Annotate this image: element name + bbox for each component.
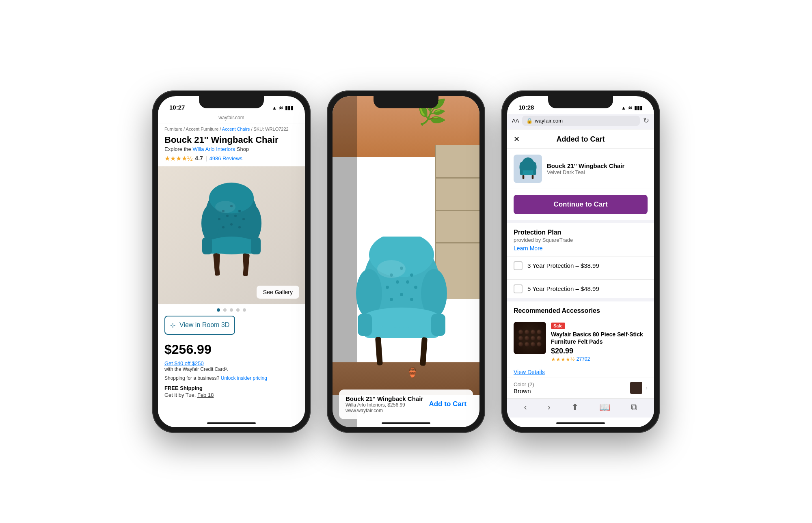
svg-point-1 — [201, 205, 219, 241]
dot-2[interactable] — [223, 308, 227, 312]
battery-icon: ▮▮▮ — [285, 105, 294, 111]
cart-item-details: Bouck 21'' Wingback Chair Velvet Dark Te… — [547, 162, 624, 175]
color-count: Color (2) — [514, 381, 534, 387]
accessory-name: Wayfair Basics 80 Piece Self-Stick Furni… — [551, 331, 648, 345]
protection-option-3year: 3 Year Protection – $38.99 — [507, 256, 654, 275]
accessory-item: Sale Wayfair Basics 80 Piece Self-Stick … — [514, 319, 648, 366]
protection-3year-checkbox[interactable] — [514, 261, 523, 270]
svg-point-11 — [218, 218, 220, 220]
insider-pricing-link[interactable]: Unlock insider pricing — [221, 375, 267, 381]
credit-offer-link[interactable]: Get $40 off $250 — [158, 359, 305, 366]
svg-point-35 — [396, 280, 399, 284]
shipping-label: FREE Shipping — [158, 383, 305, 392]
svg-point-39 — [400, 293, 403, 296]
share-button[interactable]: ⬆ — [571, 402, 579, 413]
svg-point-40 — [410, 298, 413, 301]
shipping-date: Feb 18 — [197, 392, 214, 398]
plant-string — [430, 118, 438, 119]
lock-icon: 🔒 — [526, 118, 533, 124]
svg-point-28 — [363, 308, 440, 328]
color-swatch — [630, 382, 642, 394]
url-text: wayfair.com — [535, 118, 563, 124]
time-1: 10:27 — [169, 104, 185, 111]
notch — [199, 96, 264, 108]
protection-5year-checkbox[interactable] — [514, 284, 523, 293]
credit-text: with the Wayfair Credit Card³. — [158, 366, 305, 374]
phone-2: 🌿 🏺 — [327, 90, 485, 433]
felt-circle — [518, 336, 523, 340]
battery-icon-3: ▮▮▮ — [634, 105, 643, 111]
svg-point-22 — [215, 201, 235, 213]
felt-circle — [531, 336, 536, 340]
felt-circle — [525, 329, 529, 334]
protection-section: Protection Plan provided by SquareTrade … — [507, 220, 654, 252]
protection-title: Protection Plan — [514, 229, 648, 236]
felt-circle — [537, 329, 542, 334]
cart-item-name: Bouck 21'' Wingback Chair — [547, 162, 624, 169]
breadcrumb: Furniture / Accent Furniture / Accent Ch… — [158, 123, 305, 133]
dot-3[interactable] — [230, 308, 233, 312]
refresh-button[interactable]: ↻ — [643, 116, 649, 125]
chevron-right-icon[interactable]: › — [646, 384, 648, 392]
tabs-button[interactable]: ⧉ — [631, 402, 637, 413]
continue-to-cart-button[interactable]: Continue to Cart — [514, 195, 648, 214]
felt-circle — [537, 336, 542, 340]
dot-5[interactable] — [243, 308, 246, 312]
protection-provider: provided by SquareTrade — [514, 237, 648, 243]
shelf-2 — [436, 210, 479, 211]
view-details-link[interactable]: View Details — [507, 366, 654, 377]
svg-point-17 — [238, 226, 241, 228]
text-size-button[interactable]: AA — [512, 118, 519, 124]
protection-3year-label: 3 Year Protection – $38.99 — [527, 262, 599, 269]
view-in-3d-button[interactable]: ⊹ View in Room 3D — [164, 316, 235, 335]
ar-add-to-cart-button[interactable]: Add to Cart — [429, 400, 466, 408]
chair-svg — [191, 183, 272, 288]
signal-icon-3: ▲ — [621, 105, 626, 111]
accessory-thumbnail — [514, 322, 546, 354]
ar-product-name: Bouck 21'' Wingback Chair — [346, 395, 423, 402]
svg-point-15 — [222, 226, 225, 228]
svg-point-36 — [406, 280, 409, 284]
forward-button[interactable]: › — [548, 402, 551, 413]
bookmarks-button[interactable]: 📖 — [599, 402, 610, 413]
ar-product-url: www.wayfair.com — [346, 408, 423, 413]
dot-4[interactable] — [236, 308, 240, 312]
felt-pads-circles — [518, 329, 542, 347]
rating-number: 4.7 — [195, 155, 203, 161]
phone-1: 10:27 ▲ ≋ ▮▮▮ wayfair.com Furniture / Ac… — [152, 90, 311, 433]
accessory-details: Sale Wayfair Basics 80 Piece Self-Stick … — [551, 322, 648, 362]
shipping-detail: Get it by Tue, Feb 18 — [158, 392, 305, 398]
home-indicator-1 — [207, 422, 256, 424]
breadcrumb-link[interactable]: Accent Chairs — [222, 127, 250, 131]
phone-3: 10:28 ▲ ≋ ▮▮▮ AA 🔒 wayfair.com ↻ ✕ Added… — [501, 90, 660, 433]
cart-item-thumbnail — [514, 155, 542, 183]
ar-product-info: Bouck 21'' Wingback Chair Willa Arlo Int… — [346, 395, 423, 413]
price: $256.99 — [164, 342, 212, 357]
protection-option-5year: 5 Year Protection – $48.99 — [507, 279, 654, 298]
felt-circle — [518, 329, 523, 334]
accessory-rating: ★★★★½ 27702 — [551, 356, 648, 362]
learn-more-link[interactable]: Learn More — [514, 245, 543, 252]
close-button[interactable]: ✕ — [514, 135, 520, 144]
dot-1[interactable] — [217, 308, 220, 312]
url-input[interactable]: 🔒 wayfair.com — [522, 116, 640, 126]
svg-rect-6 — [202, 237, 212, 254]
status-icons-1: ▲ ≋ ▮▮▮ — [272, 105, 294, 111]
svg-rect-41 — [375, 337, 383, 366]
ar-product-card: Bouck 21'' Wingback Chair Willa Arlo Int… — [339, 390, 473, 419]
shop-link[interactable]: Willa Arlo Interiors — [192, 146, 235, 152]
rating-row: ★★★★½ 4.7 | 4986 Reviews — [158, 155, 305, 166]
cart-screen: AA 🔒 wayfair.com ↻ ✕ Added to Cart — [507, 114, 654, 427]
ar-product-shop: Willa Arlo Interiors, $256.99 — [346, 402, 423, 408]
accessories-section: Recommended Accessories — [507, 298, 654, 366]
accessory-reviews-link[interactable]: 27702 — [577, 356, 590, 362]
svg-point-12 — [226, 215, 229, 217]
back-button[interactable]: ‹ — [524, 402, 527, 413]
color-row: Color (2) Brown › — [507, 377, 654, 398]
felt-circle — [525, 336, 529, 340]
time-3: 10:28 — [518, 104, 534, 111]
ar-chair — [345, 237, 458, 379]
shelf-1 — [436, 177, 479, 179]
see-gallery-button[interactable]: See Gallery — [257, 286, 299, 299]
reviews-link[interactable]: 4986 Reviews — [209, 155, 242, 161]
